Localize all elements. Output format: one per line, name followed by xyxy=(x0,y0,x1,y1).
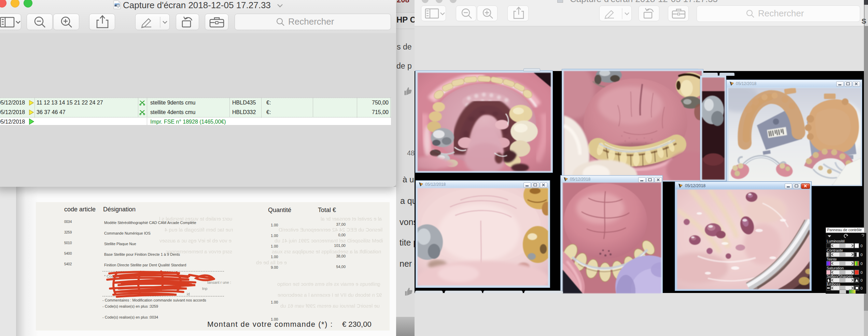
svg-text:0: 0 xyxy=(860,262,863,266)
svg-text:0: 0 xyxy=(860,270,863,275)
svg-text:0: 0 xyxy=(860,253,863,257)
svg-text:0: 0 xyxy=(860,286,863,290)
svg-text:0: 0 xyxy=(860,244,863,248)
svg-text:0: 0 xyxy=(860,278,863,282)
